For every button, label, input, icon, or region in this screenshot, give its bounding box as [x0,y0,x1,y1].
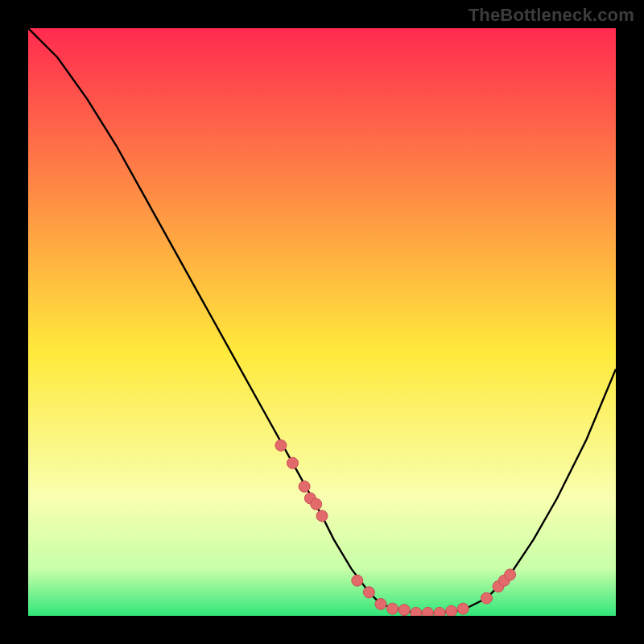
marker-point [422,607,433,616]
marker-point [352,575,363,586]
marker-point [287,457,299,469]
marker-point [434,607,445,616]
marker-point [316,510,328,522]
marker-point [481,592,492,604]
marker-point [375,598,386,609]
chart-frame: TheBottleneck.com [0,0,644,644]
marker-point [275,440,287,451]
marker-point [311,498,322,510]
marker-point [446,605,457,616]
marker-point [411,607,422,616]
attribution-text: TheBottleneck.com [469,5,634,26]
marker-point [387,603,398,614]
background-gradient [28,28,616,616]
marker-point [457,603,469,614]
marker-point [363,587,374,598]
marker-point [398,605,410,616]
plot-area [28,28,616,616]
bottleneck-chart [28,28,616,616]
marker-point [505,569,516,580]
marker-point [299,481,310,492]
